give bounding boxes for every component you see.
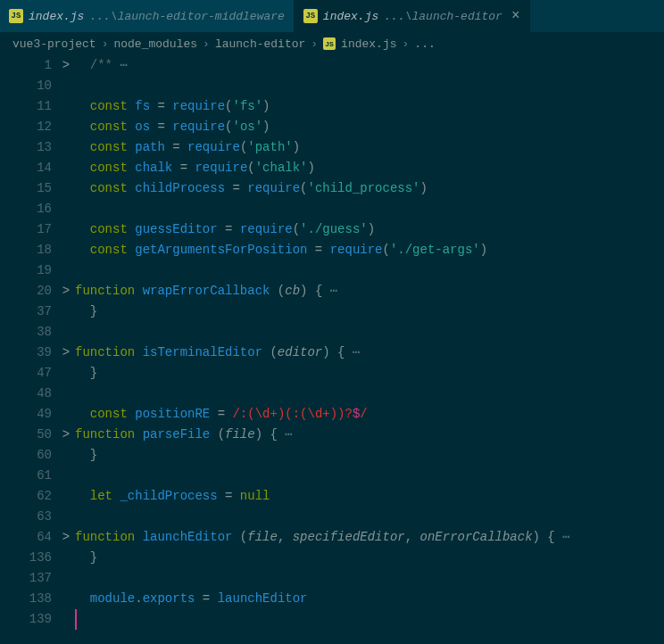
code-line[interactable]: const chalk = require('chalk') bbox=[75, 158, 664, 178]
chevron-right-icon: › bbox=[403, 37, 410, 51]
code-line[interactable] bbox=[75, 609, 664, 630]
breadcrumb-segment[interactable]: node_modules bbox=[113, 37, 197, 51]
line-number: 11 bbox=[0, 96, 52, 117]
line-number: 138 bbox=[0, 589, 52, 609]
line-number: 136 bbox=[0, 548, 52, 568]
js-file-icon: JS bbox=[9, 9, 23, 23]
tab-subpath: ...\launch-editor bbox=[384, 10, 502, 23]
line-number: 139 bbox=[0, 609, 52, 630]
tab-label: index.js bbox=[29, 10, 84, 23]
code-line[interactable]: } bbox=[75, 301, 664, 322]
fold-empty bbox=[59, 219, 73, 240]
code-line[interactable] bbox=[75, 199, 664, 219]
line-number: 1 bbox=[0, 55, 52, 76]
line-number: 47 bbox=[0, 363, 52, 384]
line-number: 137 bbox=[0, 568, 52, 589]
code-line[interactable] bbox=[75, 384, 664, 404]
fold-empty bbox=[59, 466, 73, 486]
fold-chevron-icon[interactable]: > bbox=[59, 527, 73, 548]
tab-subpath: ...\launch-editor-middleware bbox=[89, 10, 284, 23]
fold-empty bbox=[59, 260, 73, 281]
breadcrumb-segment[interactable]: ... bbox=[414, 37, 435, 51]
code-area[interactable]: /** ⋯ const fs = require('fs') const os … bbox=[73, 55, 664, 644]
code-line[interactable] bbox=[75, 568, 664, 589]
fold-chevron-icon[interactable]: > bbox=[59, 343, 73, 363]
line-number: 61 bbox=[0, 466, 52, 486]
line-number: 48 bbox=[0, 384, 52, 404]
code-line[interactable]: const childProcess = require('child_proc… bbox=[75, 178, 664, 199]
line-number: 17 bbox=[0, 219, 52, 240]
code-line[interactable]: function parseFile (file) { ⋯ bbox=[75, 425, 664, 445]
fold-empty bbox=[59, 301, 73, 322]
tab-label: index.js bbox=[323, 10, 378, 23]
code-line[interactable]: } bbox=[75, 548, 664, 568]
code-line[interactable] bbox=[75, 507, 664, 527]
breadcrumb-segment[interactable]: launch-editor bbox=[215, 37, 305, 51]
fold-empty bbox=[59, 548, 73, 568]
code-line[interactable]: } bbox=[75, 445, 664, 466]
breadcrumb-segment[interactable]: index.js bbox=[341, 37, 396, 51]
line-number: 16 bbox=[0, 199, 52, 219]
breadcrumb-segment[interactable]: vue3-project bbox=[12, 37, 96, 51]
fold-empty bbox=[59, 363, 73, 384]
fold-empty bbox=[59, 445, 73, 466]
tab-0[interactable]: JSindex.js...\launch-editor-middleware bbox=[0, 0, 295, 32]
fold-empty bbox=[59, 568, 73, 589]
code-line[interactable]: function launchEditor (file, specifiedEd… bbox=[75, 527, 664, 548]
js-file-icon: JS bbox=[323, 37, 336, 50]
code-line[interactable]: const os = require('os') bbox=[75, 117, 664, 137]
code-line[interactable]: const path = require('path') bbox=[75, 137, 664, 158]
fold-empty bbox=[59, 240, 73, 260]
line-number: 37 bbox=[0, 301, 52, 322]
line-number: 64 bbox=[0, 527, 52, 548]
line-number: 18 bbox=[0, 240, 52, 260]
line-number: 62 bbox=[0, 486, 52, 507]
editor[interactable]: 1101112131415161718192037383947484950606… bbox=[0, 55, 664, 644]
fold-column[interactable]: >>>>> bbox=[59, 55, 73, 644]
chevron-right-icon: › bbox=[311, 37, 318, 51]
code-line[interactable] bbox=[75, 322, 664, 343]
tab-bar: JSindex.js...\launch-editor-middlewareJS… bbox=[0, 0, 664, 32]
fold-chevron-icon[interactable]: > bbox=[59, 55, 73, 76]
fold-empty bbox=[59, 178, 73, 199]
line-number: 10 bbox=[0, 76, 52, 96]
code-line[interactable]: } bbox=[75, 363, 664, 384]
code-line[interactable] bbox=[75, 76, 664, 96]
fold-empty bbox=[59, 404, 73, 425]
code-line[interactable]: /** ⋯ bbox=[75, 55, 664, 76]
code-line[interactable]: const fs = require('fs') bbox=[75, 96, 664, 117]
fold-chevron-icon[interactable]: > bbox=[59, 425, 73, 445]
fold-chevron-icon[interactable]: > bbox=[59, 281, 73, 301]
line-number: 63 bbox=[0, 507, 52, 527]
tab-1[interactable]: JSindex.js...\launch-editor× bbox=[295, 0, 530, 32]
chevron-right-icon: › bbox=[203, 37, 210, 51]
code-line[interactable]: const getArgumentsForPosition = require(… bbox=[75, 240, 664, 260]
fold-empty bbox=[59, 76, 73, 96]
line-number: 13 bbox=[0, 137, 52, 158]
line-number: 39 bbox=[0, 343, 52, 363]
line-number: 38 bbox=[0, 322, 52, 343]
line-number: 49 bbox=[0, 404, 52, 425]
code-line[interactable]: function isTerminalEditor (editor) { ⋯ bbox=[75, 343, 664, 363]
breadcrumb[interactable]: vue3-project›node_modules›launch-editor›… bbox=[0, 32, 664, 55]
fold-empty bbox=[59, 589, 73, 609]
line-number: 60 bbox=[0, 445, 52, 466]
fold-empty bbox=[59, 609, 73, 630]
fold-empty bbox=[59, 96, 73, 117]
code-line[interactable] bbox=[75, 260, 664, 281]
code-line[interactable]: let _childProcess = null bbox=[75, 486, 664, 507]
line-number: 15 bbox=[0, 178, 52, 199]
code-line[interactable]: const positionRE = /:(\d+)(:(\d+))?$/ bbox=[75, 404, 664, 425]
code-line[interactable] bbox=[75, 466, 664, 486]
line-number: 20 bbox=[0, 281, 52, 301]
code-line[interactable]: function wrapErrorCallback (cb) { ⋯ bbox=[75, 281, 664, 301]
code-line[interactable]: module.exports = launchEditor bbox=[75, 589, 664, 609]
js-file-icon: JS bbox=[303, 9, 318, 23]
fold-empty bbox=[59, 158, 73, 178]
line-number: 50 bbox=[0, 425, 52, 445]
fold-empty bbox=[59, 117, 73, 137]
fold-empty bbox=[59, 507, 73, 527]
close-icon[interactable]: × bbox=[511, 8, 520, 24]
line-number: 12 bbox=[0, 117, 52, 137]
code-line[interactable]: const guessEditor = require('./guess') bbox=[75, 219, 664, 240]
